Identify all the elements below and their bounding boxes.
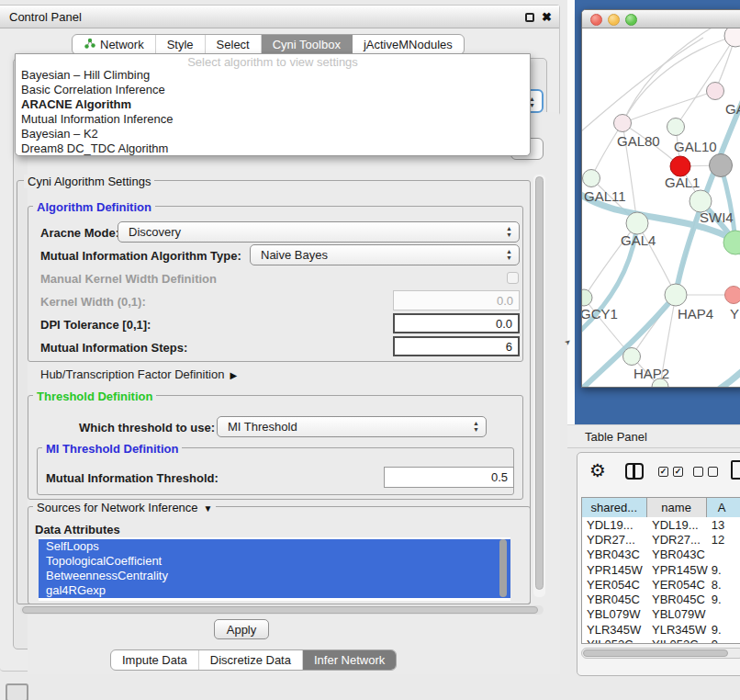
- node-label: GAL4: [621, 232, 656, 248]
- column-header-shared[interactable]: shared...: [582, 498, 647, 517]
- table-hscrollbar-track[interactable]: [581, 648, 740, 659]
- manual-kernel-label: Manual Kernel Width Definition: [40, 272, 217, 286]
- table-panel-bar: Table Panel: [567, 424, 740, 448]
- table-row[interactable]: YBR043CYBR043C: [582, 548, 740, 562]
- node-label: Y: [730, 306, 739, 322]
- bottom-left-stub-button[interactable]: [6, 683, 28, 700]
- hub-definition-toggle[interactable]: Hub/Transcription Factor Definition▶: [40, 367, 237, 381]
- table-row[interactable]: YBR045CYBR045C9.: [582, 592, 740, 606]
- node-gal4: [626, 212, 648, 234]
- dpi-tolerance-label: DPI Tolerance [0,1]:: [40, 318, 151, 332]
- tab-cyni-toolbox[interactable]: Cyni Toolbox: [262, 35, 353, 54]
- tab-jactivemnodules[interactable]: jActiveMNodules: [353, 35, 464, 54]
- table-panel-title: Table Panel: [567, 430, 647, 444]
- node-label: GCY1: [582, 306, 618, 322]
- close-traffic-light-icon[interactable]: [590, 14, 602, 26]
- table-row[interactable]: YPR145WYPR145W9.: [582, 562, 740, 577]
- checked-checkbox-icon[interactable]: ✓: [658, 467, 668, 477]
- dropdown-item[interactable]: Bayesian – Hill Climbing: [21, 68, 150, 83]
- algorithm-definition-legend: Algorithm Definition: [33, 200, 155, 214]
- split-pane-icon[interactable]: [625, 463, 644, 480]
- close-window-icon[interactable]: ✖: [542, 13, 552, 22]
- attribute-item-selected[interactable]: SelfLoops: [39, 539, 510, 554]
- aracne-mode-combo[interactable]: Discovery ▲▼: [118, 221, 520, 243]
- dropdown-item[interactable]: Bayesian – K2: [21, 127, 98, 141]
- document-icon[interactable]: [731, 460, 740, 480]
- unchecked-checkbox-icon[interactable]: [708, 467, 718, 477]
- table-row[interactable]: YIL052CYIL052C9: [582, 637, 740, 644]
- control-panel-tabbar: Network Style Select Cyni Toolbox jActiv…: [72, 34, 465, 55]
- tab-discretize-data[interactable]: Discretize Data: [199, 650, 303, 670]
- network-canvas[interactable]: GAL GAL80 GAL10 GAL1 GAL11 SWI4 GAL4 GCY…: [582, 28, 740, 388]
- float-window-icon[interactable]: [525, 13, 534, 22]
- gear-icon[interactable]: ⚙: [589, 459, 606, 481]
- table-row[interactable]: YDR27...YDR27...12: [582, 532, 740, 547]
- mi-steps-field[interactable]: 6: [393, 336, 520, 356]
- node: [707, 83, 724, 100]
- which-threshold-combo[interactable]: MI Threshold ▲▼: [217, 416, 487, 437]
- tab-select[interactable]: Select: [206, 35, 262, 54]
- mi-steps-label: Mutual Information Steps:: [40, 341, 187, 355]
- cyni-settings-legend: Cyni Algorithm Settings: [24, 175, 154, 188]
- settings-hscrollbar-track[interactable]: [20, 605, 544, 615]
- tab-infer-network[interactable]: Infer Network: [303, 650, 396, 670]
- bottom-tabbar: Impute Data Discretize Data Infer Networ…: [110, 649, 397, 671]
- settings-vscrollbar-thumb[interactable]: [535, 176, 544, 590]
- table-header-row: shared... name A: [582, 498, 740, 517]
- network-window-titlebar[interactable]: [582, 10, 740, 28]
- column-header-partial[interactable]: A: [707, 498, 740, 517]
- dpi-tolerance-field[interactable]: 0.0: [393, 313, 520, 333]
- tab-style[interactable]: Style: [156, 35, 206, 54]
- attribute-item-selected[interactable]: BetweennessCentrality: [39, 569, 510, 583]
- data-attributes-label: Data Attributes: [35, 523, 120, 536]
- mi-threshold-field[interactable]: 0.5: [384, 467, 514, 488]
- table-row[interactable]: YLR345WYLR345W9.: [582, 622, 740, 637]
- manual-kernel-checkbox[interactable]: [507, 272, 519, 284]
- node-gcy1: [582, 289, 592, 306]
- dropdown-item[interactable]: Dream8 DC_TDC Algorithm: [21, 141, 168, 156]
- node-gal10: [667, 119, 685, 136]
- tab-network[interactable]: Network: [73, 35, 156, 54]
- attribute-item-selected[interactable]: TopologicalCoefficient: [39, 554, 510, 569]
- node-gray: [710, 154, 733, 177]
- tab-impute-data[interactable]: Impute Data: [111, 650, 199, 670]
- data-attributes-list[interactable]: SelfLoops TopologicalCoefficient Between…: [39, 537, 510, 601]
- node-label: HAP4: [678, 306, 713, 322]
- unchecked-checkbox-icon[interactable]: [693, 467, 703, 477]
- panel-divider[interactable]: [567, 0, 575, 424]
- table-row[interactable]: YBL079WYBL079W: [582, 607, 740, 622]
- settings-hscrollbar-thumb[interactable]: [22, 606, 538, 614]
- column-header-name[interactable]: name: [647, 498, 707, 517]
- threshold-definition-legend: Threshold Definition: [33, 390, 156, 403]
- node-label: GAL80: [617, 133, 660, 149]
- apply-button[interactable]: Apply: [214, 619, 269, 639]
- tab-network-label: Network: [100, 38, 144, 51]
- node-gal80: [614, 115, 632, 132]
- expand-right-icon: ▶: [230, 370, 237, 380]
- dropdown-item-highlighted[interactable]: ARACNE Algorithm: [21, 97, 131, 112]
- dropdown-item[interactable]: Basic Correlation Inference: [21, 83, 165, 97]
- node-table[interactable]: shared... name A YDL19...YDL19...13 YDR2…: [581, 497, 740, 644]
- control-panel-titlebar: Control Panel ✖: [0, 6, 559, 28]
- table-row[interactable]: YDL19...YDL19...13: [582, 517, 740, 532]
- node: [724, 28, 740, 47]
- node-label: GAL11: [584, 188, 626, 204]
- node-hap2: [623, 348, 641, 366]
- zoom-traffic-light-icon[interactable]: [625, 14, 637, 26]
- network-icon: [84, 38, 95, 52]
- table-hscrollbar-thumb[interactable]: [583, 649, 728, 657]
- checked-checkbox-icon[interactable]: ✓: [673, 467, 683, 477]
- mi-type-combo[interactable]: Naive Bayes ▲▼: [250, 244, 520, 265]
- collapse-down-icon: ▼: [204, 503, 213, 514]
- minimize-traffic-light-icon[interactable]: [608, 14, 620, 26]
- attribute-item-selected[interactable]: gal4RGexp: [39, 583, 510, 598]
- kernel-width-field[interactable]: 0.0: [393, 290, 520, 310]
- node-salmon: [725, 287, 740, 304]
- attributes-scrollbar-thumb[interactable]: [499, 539, 507, 597]
- dropdown-item[interactable]: Mutual Information Inference: [21, 112, 173, 127]
- sources-legend[interactable]: Sources for Network Inference▼: [33, 501, 216, 514]
- kernel-width-label: Kernel Width (0,1):: [40, 295, 146, 309]
- screen: Control Panel ✖ Network Style Select Cyn…: [0, 0, 740, 700]
- table-row[interactable]: YER054CYER054C8.: [582, 577, 740, 592]
- mi-type-label: Mutual Information Algorithm Type:: [40, 249, 241, 263]
